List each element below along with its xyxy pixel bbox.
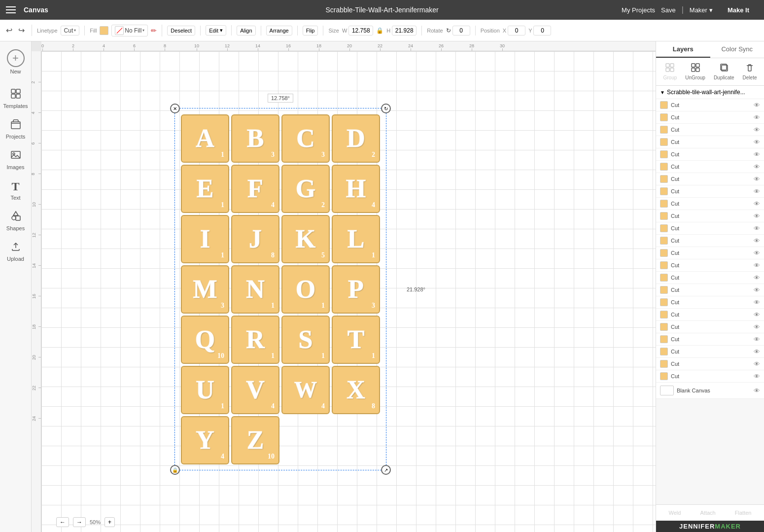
scrabble-tile-j[interactable]: J 8 xyxy=(231,215,279,263)
sidebar-item-templates[interactable]: Templates xyxy=(2,84,30,113)
undo-button[interactable]: ↩ xyxy=(4,25,14,36)
scrabble-tile-g[interactable]: G 2 xyxy=(281,165,330,213)
scrabble-tile-m[interactable]: M 3 xyxy=(181,265,229,314)
layer-item-13[interactable]: Cut 👁 xyxy=(656,259,764,272)
height-input[interactable] xyxy=(392,26,417,35)
layer-visibility-icon[interactable]: 👁 xyxy=(754,200,760,208)
ungroup-button[interactable]: UnGroup xyxy=(682,61,708,82)
scrabble-tile-d[interactable]: D 2 xyxy=(332,114,380,163)
scrabble-tile-b[interactable]: B 3 xyxy=(231,114,279,163)
delete-button[interactable]: Delete xyxy=(740,61,760,82)
layer-item-7[interactable]: Cut 👁 xyxy=(656,185,764,198)
layer-visibility-icon[interactable]: 👁 xyxy=(754,274,760,282)
layer-group-header[interactable]: ▼ Scrabble-tile-wall-art-jennife... xyxy=(656,86,764,99)
linetype-select[interactable]: Cut ▾ xyxy=(61,26,80,35)
fill-select[interactable]: No Fill ▾ xyxy=(111,25,148,36)
layer-visibility-icon[interactable]: 👁 xyxy=(754,163,760,171)
handle-top-left[interactable]: ✕ xyxy=(170,104,180,113)
scrabble-tile-n[interactable]: N 1 xyxy=(231,265,279,314)
sidebar-item-new[interactable]: + New xyxy=(2,45,30,78)
layer-visibility-icon[interactable]: 👁 xyxy=(754,360,760,368)
attach-button[interactable]: Attach xyxy=(697,508,719,518)
layer-item-2[interactable]: Cut 👁 xyxy=(656,124,764,136)
layer-visibility-icon[interactable]: 👁 xyxy=(754,213,760,220)
scrabble-tile-k[interactable]: K 5 xyxy=(281,215,330,263)
align-button[interactable]: Align xyxy=(237,26,255,35)
scrabble-tile-y[interactable]: Y 4 xyxy=(181,416,229,464)
layers-list[interactable]: ▼ Scrabble-tile-wall-art-jennife... Cut … xyxy=(656,86,764,504)
layer-item-21[interactable]: Cut 👁 xyxy=(656,358,764,370)
layer-visibility-icon[interactable]: 👁 xyxy=(754,225,760,232)
sidebar-item-images[interactable]: Images xyxy=(2,145,30,174)
scrabble-tile-c[interactable]: C 3 xyxy=(281,114,330,163)
x-input[interactable] xyxy=(508,26,525,35)
maker-dropdown[interactable]: Maker ▾ xyxy=(690,6,713,14)
tab-layers[interactable]: Layers xyxy=(656,41,710,58)
redo-button[interactable]: ↪ xyxy=(16,25,27,36)
layer-item-9[interactable]: Cut 👁 xyxy=(656,210,764,222)
scrabble-tile-h[interactable]: H 4 xyxy=(332,165,380,213)
layer-item-10[interactable]: Cut 👁 xyxy=(656,222,764,235)
arrange-button[interactable]: Arrange xyxy=(266,26,292,35)
layer-visibility-icon[interactable]: 👁 xyxy=(754,336,760,343)
handle-rotate[interactable]: ↻ xyxy=(381,104,391,113)
layer-item-3[interactable]: Cut 👁 xyxy=(656,136,764,148)
new-button[interactable]: + xyxy=(7,49,25,67)
flip-button[interactable]: Flip xyxy=(303,26,318,35)
blank-canvas-visibility-icon[interactable]: 👁 xyxy=(754,387,760,394)
layer-item-6[interactable]: Cut 👁 xyxy=(656,173,764,185)
layer-visibility-icon[interactable]: 👁 xyxy=(754,348,760,355)
menu-button[interactable] xyxy=(6,6,16,13)
scrabble-tile-p[interactable]: P 3 xyxy=(332,265,380,314)
scrabble-tile-f[interactable]: F 4 xyxy=(231,165,279,213)
layer-item-11[interactable]: Cut 👁 xyxy=(656,235,764,247)
tab-color-sync[interactable]: Color Sync xyxy=(710,41,764,58)
my-projects-button[interactable]: My Projects xyxy=(622,6,655,14)
layer-item-20[interactable]: Cut 👁 xyxy=(656,346,764,358)
layer-item-16[interactable]: Cut 👁 xyxy=(656,296,764,309)
layer-item-0[interactable]: Cut 👁 xyxy=(656,99,764,111)
sidebar-item-shapes[interactable]: Shapes xyxy=(2,207,30,235)
layer-visibility-icon[interactable]: 👁 xyxy=(754,237,760,245)
scrabble-tile-l[interactable]: L 1 xyxy=(332,215,380,263)
add-page-button[interactable]: + xyxy=(104,517,115,527)
handle-resize[interactable]: ↗ xyxy=(381,465,391,475)
scrabble-tile-a[interactable]: A 1 xyxy=(181,114,229,163)
y-input[interactable] xyxy=(533,26,551,35)
scrabble-tile-r[interactable]: R 1 xyxy=(231,316,279,364)
edit-button[interactable]: Edit ▾ xyxy=(206,25,226,35)
layer-visibility-icon[interactable]: 👁 xyxy=(754,262,760,269)
scrabble-tile-v[interactable]: V 4 xyxy=(231,366,279,414)
canvas-area[interactable]: 024681012141618202224262830 246810121416… xyxy=(32,41,656,532)
redo-canvas-button[interactable]: → xyxy=(73,517,86,527)
scrabble-tile-i[interactable]: I 1 xyxy=(181,215,229,263)
layer-item-4[interactable]: Cut 👁 xyxy=(656,148,764,161)
layer-visibility-icon[interactable]: 👁 xyxy=(754,311,760,319)
sidebar-item-upload[interactable]: Upload xyxy=(2,237,30,266)
save-button[interactable]: Save xyxy=(661,6,676,14)
scrabble-tile-z[interactable]: Z 10 xyxy=(231,416,279,464)
sidebar-item-projects[interactable]: Projects xyxy=(2,115,30,143)
layer-visibility-icon[interactable]: 👁 xyxy=(754,249,760,257)
layer-item-22[interactable]: Cut 👁 xyxy=(656,370,764,383)
layer-item-19[interactable]: Cut 👁 xyxy=(656,333,764,346)
deselect-button[interactable]: Deselect xyxy=(167,26,195,35)
scrabble-tile-u[interactable]: U 1 xyxy=(181,366,229,414)
layer-visibility-icon[interactable]: 👁 xyxy=(754,151,760,158)
layer-visibility-icon[interactable]: 👁 xyxy=(754,114,760,121)
weld-button[interactable]: Weld xyxy=(666,508,684,518)
flatten-button[interactable]: Flatten xyxy=(732,508,755,518)
canvas-content[interactable]: 12.758° ✕ ↻ 🔒 ↗ 21.928° A 1 B 3 C 3 D 2 … xyxy=(41,51,656,532)
layer-item-17[interactable]: Cut 👁 xyxy=(656,309,764,321)
undo-canvas-button[interactable]: ← xyxy=(56,517,69,527)
selection-box[interactable]: 12.758° ✕ ↻ 🔒 ↗ 21.928° A 1 B 3 C 3 D 2 … xyxy=(174,108,386,470)
blank-canvas-item[interactable]: Blank Canvas 👁 xyxy=(656,383,764,399)
width-input[interactable] xyxy=(348,26,373,35)
layer-item-18[interactable]: Cut 👁 xyxy=(656,321,764,333)
layer-visibility-icon[interactable]: 👁 xyxy=(754,323,760,331)
layer-visibility-icon[interactable]: 👁 xyxy=(754,188,760,195)
scrabble-tile-x[interactable]: X 8 xyxy=(332,366,380,414)
layer-visibility-icon[interactable]: 👁 xyxy=(754,286,760,294)
scrabble-tile-q[interactable]: Q 10 xyxy=(181,316,229,364)
fill-color-box[interactable] xyxy=(100,26,108,35)
